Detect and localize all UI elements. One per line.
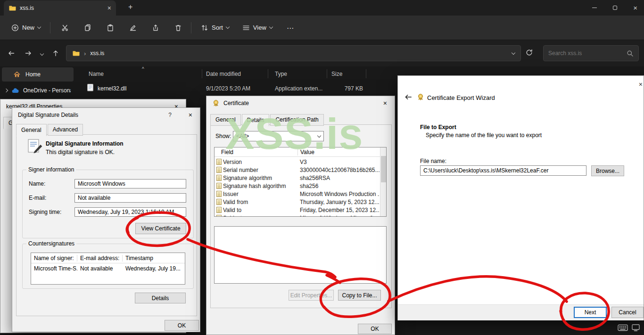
folder-icon [72, 49, 80, 57]
wizard-close-icon[interactable]: × [639, 81, 643, 88]
list-scrollbar[interactable] [380, 147, 386, 216]
address-bar-row: › xss.is [0, 40, 644, 66]
details-button[interactable]: Details [135, 293, 186, 303]
toolbar-divider2 [191, 22, 191, 33]
more-options-button[interactable]: … [282, 22, 299, 31]
signature-dialog: Digital Signature Details ? × General Ad… [12, 107, 200, 332]
signature-tab-general[interactable]: General [16, 124, 47, 136]
search-box [543, 45, 639, 61]
certificate-field-icon [216, 167, 222, 173]
copy-button[interactable] [81, 21, 95, 35]
tab-title: xss.is [20, 5, 34, 11]
sidebar-item-home[interactable]: Home [2, 67, 74, 82]
signature-close-icon[interactable]: × [187, 111, 194, 119]
rename-button[interactable] [126, 21, 140, 35]
counter-row-email: Not available [77, 265, 123, 272]
column-divider[interactable] [366, 69, 366, 78]
up-button[interactable] [49, 47, 62, 60]
countersignature-row[interactable]: Microsoft Time-S... Not available Wednes… [31, 263, 185, 274]
touch-keyboard-icon[interactable] [618, 324, 628, 331]
forward-button[interactable] [22, 47, 35, 60]
explorer-window: xss.is × + × New [0, 0, 644, 335]
signer-information-group: Signer information Name: Microsoft Windo… [22, 170, 194, 238]
certificate-field-row[interactable]: Valid fromThursday, January 5, 2023 12..… [215, 198, 380, 206]
column-divider[interactable] [327, 69, 327, 78]
sort-icon [201, 24, 208, 32]
signature-dialog-title: Digital Signature Details [18, 112, 78, 118]
certificate-ok-button[interactable]: OK [358, 324, 392, 334]
refresh-button[interactable] [525, 49, 533, 57]
scrollbar-thumb[interactable] [381, 156, 386, 182]
paste-button[interactable] [103, 21, 117, 35]
column-divider[interactable] [268, 69, 268, 78]
certificate-field-row[interactable]: Signature algorithmsha256RSA [215, 174, 380, 182]
chevron-right-icon [4, 89, 8, 92]
certificate-dialog-title: Certificate [223, 100, 249, 106]
certificate-field-row[interactable]: VersionV3 [215, 158, 380, 166]
history-chevron-button[interactable] [39, 47, 45, 59]
new-button[interactable]: New [8, 21, 44, 34]
column-header-name[interactable]: Name [89, 71, 104, 77]
minimize-button[interactable] [592, 8, 597, 8]
file-icon [86, 83, 94, 91]
breadcrumb-path[interactable]: xss.is [90, 50, 104, 57]
file-name-input[interactable] [420, 165, 586, 176]
cancel-button-label: Cancel [619, 309, 636, 316]
address-dropdown-chevron[interactable] [512, 50, 515, 54]
wizard-back-button[interactable] [404, 93, 413, 101]
chevron-down-icon [269, 25, 273, 29]
display-icon[interactable] [632, 324, 640, 331]
certificate-close-icon[interactable]: × [381, 99, 389, 107]
signer-name-field[interactable]: Microsoft Windows [74, 179, 186, 188]
file-row-name[interactable]: kernel32.dll [98, 85, 126, 92]
signature-tab-advanced[interactable]: Advanced [48, 124, 83, 136]
delete-button[interactable] [171, 21, 185, 35]
view-certificate-button[interactable]: View Certificate [135, 223, 186, 234]
file-row-modified[interactable]: 9/1/2023 5:20 AM [206, 85, 250, 92]
field-value-preview[interactable] [214, 226, 387, 284]
details-button-label: Details [152, 295, 169, 302]
cut-button[interactable] [58, 21, 72, 35]
back-button[interactable] [5, 47, 18, 60]
next-button[interactable]: Next [574, 307, 607, 318]
tab-close-icon[interactable]: × [107, 4, 111, 12]
certificate-ok-label: OK [371, 326, 379, 332]
column-header-type[interactable]: Type [275, 71, 287, 77]
copy-to-file-button[interactable]: Copy to File... [338, 290, 381, 301]
sidebar-item-onedrive[interactable]: OneDrive - Persona [2, 83, 74, 98]
countersignatures-label: Countersignatures [26, 240, 76, 247]
column-header-size[interactable]: Size [331, 71, 342, 77]
chevron-down-icon [37, 25, 41, 29]
browse-button[interactable]: Browse... [591, 165, 624, 176]
signing-time-field[interactable]: Wednesday, July 19, 2023 1:16:19 AM [74, 207, 186, 217]
breadcrumb-bar[interactable]: › xss.is [66, 45, 521, 61]
signature-ok-button[interactable]: OK [165, 320, 199, 331]
new-tab-button[interactable]: + [124, 3, 136, 11]
close-window-button[interactable]: × [633, 4, 637, 12]
certificate-field-row[interactable]: Valid toFriday, December 15, 2023 12... [215, 206, 380, 214]
certificate-field-row[interactable]: Serial number330000040c1200678b16b265... [215, 166, 380, 174]
column-header-modified[interactable]: Date modified [206, 71, 241, 77]
sort-button-label: Sort [212, 24, 223, 31]
signature-help-button[interactable]: ? [166, 112, 173, 118]
new-button-label: New [22, 24, 34, 31]
certificate-field-row[interactable]: IssuerMicrosoft Windows Production ... [215, 190, 380, 198]
signer-email-field[interactable]: Not available [74, 193, 186, 203]
search-input[interactable] [548, 50, 623, 57]
file-row-size[interactable]: 797 KB [325, 85, 363, 92]
cancel-button[interactable]: Cancel [611, 307, 644, 318]
explorer-tab[interactable]: xss.is × [4, 0, 116, 16]
file-row-type[interactable]: Application exten... [275, 85, 322, 92]
maximize-button[interactable] [613, 6, 617, 10]
home-icon [13, 71, 21, 78]
certificate-field-row[interactable]: SubjectMicrosoft Windows, Microsoft... [215, 214, 380, 217]
signer-email-value: Not available [78, 195, 110, 201]
sort-button[interactable]: Sort [197, 21, 233, 34]
view-button[interactable]: View [239, 21, 276, 34]
column-divider[interactable] [202, 69, 202, 78]
breadcrumb-chevron: › [84, 50, 86, 57]
signer-name-label: Name: [29, 180, 45, 187]
countersignatures-table[interactable]: Name of signer: E-mail address: Timestam… [31, 253, 185, 285]
certificate-field-row[interactable]: Signature hash algorithmsha256 [215, 182, 380, 190]
share-button[interactable] [149, 21, 163, 35]
